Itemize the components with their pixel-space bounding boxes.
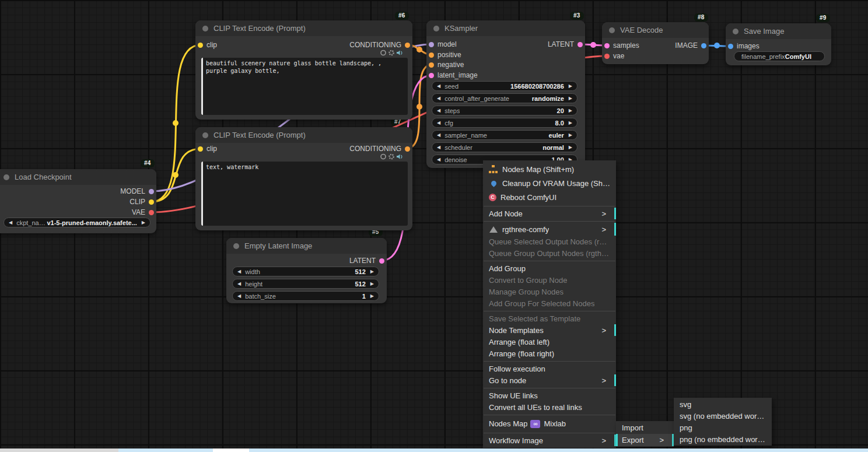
menu-item-convert-all-ues[interactable]: Convert all UEs to real links bbox=[483, 401, 616, 413]
menu-item-show-ue-links[interactable]: Show UE links bbox=[483, 390, 616, 401]
submenu-accent-bar bbox=[614, 223, 616, 236]
widget-right-arrow[interactable]: ▶ bbox=[142, 220, 145, 225]
input-positive[interactable]: positive bbox=[429, 51, 461, 59]
clip-port-dot[interactable] bbox=[198, 43, 203, 48]
menu-item-arrange-float-left[interactable]: Arrange (float left) bbox=[483, 336, 616, 348]
menu-item-cleanup-vram[interactable]: Cleanup Of VRAM Usage (Shift+r) bbox=[483, 176, 616, 190]
input-model[interactable]: model bbox=[429, 40, 457, 48]
filename-prefix-widget[interactable]: filename_prefix ComfyUI bbox=[734, 51, 825, 61]
menu-item-go-to-node[interactable]: Go to node> bbox=[483, 374, 616, 386]
height-widget[interactable]: ◀ height 512 ▶ bbox=[232, 279, 379, 289]
input-clip[interactable]: clip bbox=[198, 145, 217, 153]
output-latent[interactable]: LATENT bbox=[548, 40, 583, 48]
output-conditioning[interactable]: CONDITIONING bbox=[349, 145, 410, 153]
collapse-dot[interactable] bbox=[233, 243, 239, 249]
output-clip[interactable]: CLIP bbox=[130, 198, 154, 206]
output-vae[interactable]: VAE bbox=[132, 208, 154, 216]
node-title-bar[interactable]: CLIP Text Encode (Prompt) bbox=[195, 127, 412, 143]
collapse-dot[interactable] bbox=[4, 174, 9, 180]
node-load-checkpoint[interactable]: Load Checkpoint MODEL CLIP VAE ◀ ckpt_na… bbox=[0, 169, 156, 233]
latent-port-dot[interactable] bbox=[429, 73, 434, 78]
image-port-dot[interactable] bbox=[728, 44, 733, 49]
collapse-dot[interactable] bbox=[433, 26, 439, 31]
input-samples[interactable]: samples bbox=[604, 41, 639, 50]
circle-gear-speaker-icons[interactable] bbox=[380, 153, 404, 160]
input-clip[interactable]: clip bbox=[198, 41, 217, 49]
conditioning-port-dot[interactable] bbox=[429, 62, 434, 68]
input-latent-image[interactable]: latent_image bbox=[429, 71, 478, 79]
node-save-image[interactable]: Save Image images filename_prefix ComfyU… bbox=[726, 23, 831, 65]
menu-item-arrange-float-right[interactable]: Arrange (float right) bbox=[483, 348, 616, 359]
output-model[interactable]: MODEL bbox=[120, 187, 154, 195]
input-images[interactable]: images bbox=[728, 42, 760, 50]
latent-port-dot[interactable] bbox=[604, 43, 610, 48]
conditioning-port-dot[interactable] bbox=[405, 146, 410, 152]
model-port-dot[interactable] bbox=[429, 42, 434, 47]
submenu-accent-bar bbox=[614, 208, 616, 219]
node-title-bar[interactable]: Empty Latent Image bbox=[226, 238, 387, 254]
collapse-dot[interactable] bbox=[609, 27, 615, 33]
latent-port-dot[interactable] bbox=[578, 42, 583, 47]
menu-item-png[interactable]: png bbox=[674, 422, 772, 433]
menu-item-workflow-image[interactable]: Workflow Image> bbox=[483, 435, 616, 446]
batch-size-widget[interactable]: ◀ batch_size 1 ▶ bbox=[232, 291, 379, 301]
menu-item-label: Cleanup Of VRAM Usage (Shift+r) bbox=[502, 179, 610, 188]
node-vae-decode[interactable]: VAE Decode samples IMAGE vae bbox=[602, 22, 709, 64]
node-title-bar[interactable]: Save Image bbox=[726, 23, 831, 39]
menu-item-nodes-map[interactable]: Nodes Map (Shift+m) bbox=[483, 162, 616, 176]
collapse-dot[interactable] bbox=[202, 26, 208, 31]
clip-port-dot[interactable] bbox=[198, 146, 203, 152]
menu-item-nodes-map-mixlab[interactable]: Nodes Map∞Mixlab bbox=[483, 416, 616, 431]
node-mini-toolbar[interactable] bbox=[380, 50, 404, 56]
sampler-name-widget[interactable]: ◀ sampler_name euler ▶ bbox=[432, 130, 578, 140]
clip-port-dot[interactable] bbox=[149, 199, 154, 205]
node-title-bar[interactable]: Load Checkpoint bbox=[0, 169, 156, 185]
node-clip-text-encode-negative[interactable]: CLIP Text Encode (Prompt) clip CONDITION… bbox=[195, 127, 412, 230]
steps-widget[interactable]: ◀ steps 20 ▶ bbox=[432, 106, 578, 115]
node-ksampler[interactable]: KSampler model LATENT positive negative bbox=[426, 20, 585, 168]
output-image[interactable]: IMAGE bbox=[675, 41, 706, 50]
node-title-bar[interactable]: KSampler bbox=[426, 20, 585, 36]
menu-item-import[interactable]: Import bbox=[616, 422, 674, 434]
output-conditioning[interactable]: CONDITIONING bbox=[349, 41, 410, 49]
menu-item-node-templates[interactable]: Node Templates> bbox=[483, 324, 616, 336]
vae-port-dot[interactable] bbox=[149, 210, 154, 215]
latent-port-dot[interactable] bbox=[379, 258, 384, 264]
menu-item-reboot-comfyui[interactable]: CReboot ComfyUI bbox=[483, 190, 616, 204]
node-title-bar[interactable]: CLIP Text Encode (Prompt) bbox=[195, 20, 412, 36]
menu-item-svg-no-embedded-workflow[interactable]: svg (no embedded workflow) bbox=[674, 410, 772, 422]
comfyui-canvas[interactable]: #6 #7 #4 #5 #3 #8 #9 CLIP Te bbox=[0, 0, 868, 452]
node-title-bar[interactable]: VAE Decode bbox=[602, 22, 709, 38]
prompt-textarea[interactable]: text, watermark bbox=[201, 162, 408, 226]
ckpt-name-widget[interactable]: ◀ ckpt_name v1-5-pruned-emaonly.safete..… bbox=[4, 218, 150, 227]
conditioning-port-dot[interactable] bbox=[405, 43, 410, 48]
node-clip-text-encode-positive[interactable]: CLIP Text Encode (Prompt) clip CONDITION… bbox=[195, 20, 412, 120]
cfg-widget[interactable]: ◀ cfg 8.0 ▶ bbox=[432, 118, 578, 128]
menu-item-rgthree-comfy[interactable]: rgthree-comfy> bbox=[483, 223, 616, 236]
vae-port-dot[interactable] bbox=[604, 54, 610, 59]
prompt-textarea[interactable]: beautiful scenery nature glass bottle la… bbox=[201, 58, 408, 115]
menu-item-export[interactable]: Export > bbox=[616, 434, 674, 446]
input-vae[interactable]: vae bbox=[604, 52, 624, 60]
menu-item-png-no-embedded-workflow[interactable]: png (no embedded workflow) bbox=[674, 433, 772, 445]
width-widget[interactable]: ◀ width 512 ▶ bbox=[232, 267, 379, 276]
node-empty-latent-image[interactable]: Empty Latent Image LATENT ◀ width 512 ▶ … bbox=[226, 238, 387, 303]
circle-gear-speaker-icons[interactable] bbox=[380, 50, 404, 56]
collapse-dot[interactable] bbox=[733, 29, 738, 34]
image-port-dot[interactable] bbox=[701, 43, 706, 48]
widget-left-arrow[interactable]: ◀ bbox=[9, 220, 12, 225]
conditioning-port-dot[interactable] bbox=[429, 52, 434, 58]
scheduler-widget[interactable]: ◀ scheduler normal ▶ bbox=[432, 142, 578, 152]
control-after-generate-widget[interactable]: ◀ control_after_generate randomize ▶ bbox=[432, 93, 578, 103]
menu-item-add-node[interactable]: Add Node> bbox=[483, 208, 616, 219]
output-latent[interactable]: LATENT bbox=[349, 257, 384, 265]
node-mini-toolbar[interactable] bbox=[380, 153, 404, 160]
node-title-text: CLIP Text Encode (Prompt) bbox=[214, 24, 306, 33]
seed-widget[interactable]: ◀ seed 156680208700286 ▶ bbox=[432, 81, 578, 91]
input-negative[interactable]: negative bbox=[429, 61, 464, 69]
menu-item-svg[interactable]: svg bbox=[674, 398, 772, 410]
menu-item-follow-execution[interactable]: Follow execution bbox=[483, 363, 616, 374]
menu-item-add-group[interactable]: Add Group bbox=[483, 262, 616, 274]
collapse-dot[interactable] bbox=[202, 132, 208, 138]
model-port-dot[interactable] bbox=[149, 189, 154, 194]
